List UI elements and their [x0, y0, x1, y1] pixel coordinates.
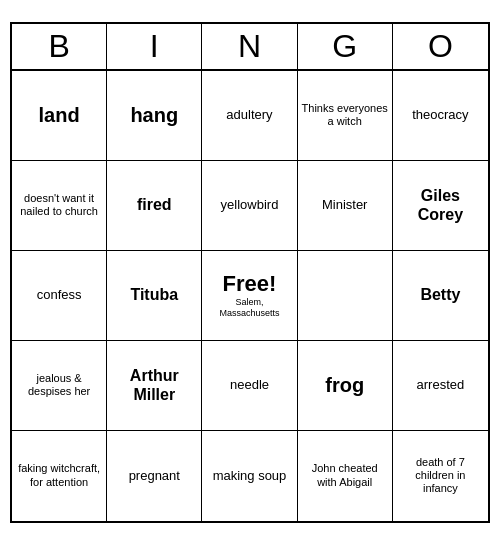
cell-10: confess: [12, 251, 107, 341]
header-n: N: [202, 24, 297, 69]
cell-13: [298, 251, 393, 341]
cell-8: Minister: [298, 161, 393, 251]
cell-5: doesn't want it nailed to church: [12, 161, 107, 251]
cell-0: land: [12, 71, 107, 161]
cell-7: yellowbird: [202, 161, 297, 251]
cell-22: making soup: [202, 431, 297, 521]
cell-15: jealous & despises her: [12, 341, 107, 431]
cell-16: Arthur Miller: [107, 341, 202, 431]
cell-6: fired: [107, 161, 202, 251]
cell-23: John cheated with Abigail: [298, 431, 393, 521]
cell-1: hang: [107, 71, 202, 161]
cell-24: death of 7 children in infancy: [393, 431, 488, 521]
free-subtext: Salem, Massachusetts: [206, 297, 292, 319]
bingo-card: B I N G O land hang adultery Thinks ever…: [10, 22, 490, 523]
cell-4: theocracy: [393, 71, 488, 161]
bingo-header: B I N G O: [12, 24, 488, 71]
cell-11: Tituba: [107, 251, 202, 341]
cell-18: frog: [298, 341, 393, 431]
cell-21: pregnant: [107, 431, 202, 521]
cell-9: Giles Corey: [393, 161, 488, 251]
cell-3: Thinks everyones a witch: [298, 71, 393, 161]
cell-20: faking witchcraft, for attention: [12, 431, 107, 521]
header-b: B: [12, 24, 107, 69]
header-g: G: [298, 24, 393, 69]
cell-17: needle: [202, 341, 297, 431]
bingo-grid: land hang adultery Thinks everyones a wi…: [12, 71, 488, 521]
header-i: I: [107, 24, 202, 69]
cell-14: Betty: [393, 251, 488, 341]
free-text: Free!: [206, 271, 292, 297]
cell-12: Free! Salem, Massachusetts: [202, 251, 297, 341]
header-o: O: [393, 24, 488, 69]
cell-2: adultery: [202, 71, 297, 161]
cell-19: arrested: [393, 341, 488, 431]
